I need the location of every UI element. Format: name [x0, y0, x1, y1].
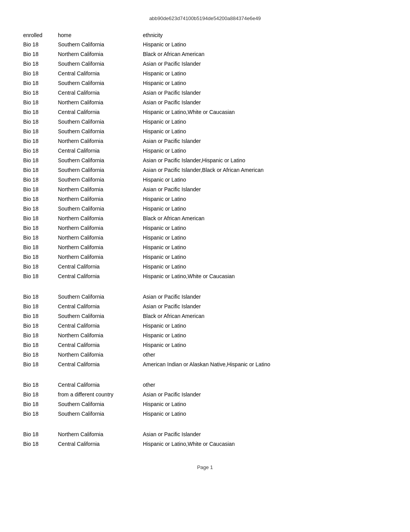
- cell-ethnicity: Hispanic or Latino: [143, 41, 387, 49]
- table-row: Bio 18Central CaliforniaHispanic or Lati…: [23, 107, 387, 117]
- table-header: enrolled home ethnicity: [23, 31, 387, 40]
- cell-ethnicity: Asian or Pacific Islander: [143, 99, 387, 107]
- cell-ethnicity: Hispanic or Latino: [143, 147, 387, 155]
- cell-home: Southern California: [58, 400, 143, 408]
- cell-ethnicity: Asian or Pacific Islander: [143, 391, 387, 399]
- table-row: Bio 18Central CaliforniaAmerican Indian …: [23, 360, 387, 369]
- cell-enrolled: Bio 18: [23, 272, 58, 280]
- cell-ethnicity: Hispanic or Latino: [143, 243, 387, 252]
- cell-ethnicity: Hispanic or Latino: [143, 195, 387, 203]
- table-row: Bio 18Southern CaliforniaHispanic or Lat…: [23, 127, 387, 136]
- cell-enrolled: Bio 18: [23, 195, 58, 203]
- cell-home: Central California: [58, 70, 143, 78]
- table-row: Bio 18Central CaliforniaHispanic or Lati…: [23, 146, 387, 156]
- cell-home: Northern California: [58, 50, 143, 58]
- cell-ethnicity: Hispanic or Latino: [143, 79, 387, 87]
- cell-ethnicity: Hispanic or Latino,White or Caucasian: [143, 108, 387, 116]
- cell-home: Northern California: [58, 430, 143, 439]
- cell-ethnicity: Hispanic or Latino: [143, 400, 387, 408]
- cell-home: Northern California: [58, 243, 143, 252]
- cell-enrolled: Bio 18: [23, 224, 58, 232]
- cell-ethnicity: Asian or Pacific Islander: [143, 60, 387, 68]
- cell-enrolled: Bio 18: [23, 400, 58, 408]
- table-row: Bio 18Central CaliforniaHispanic or Lati…: [23, 272, 387, 281]
- cell-ethnicity: Hispanic or Latino: [143, 341, 387, 349]
- cell-home: Central California: [58, 322, 143, 330]
- cell-home: Northern California: [58, 234, 143, 242]
- cell-home: Northern California: [58, 185, 143, 194]
- cell-home: Central California: [58, 440, 143, 448]
- cell-enrolled: Bio 18: [23, 440, 58, 448]
- cell-home: Northern California: [58, 253, 143, 261]
- cell-enrolled: Bio 18: [23, 205, 58, 213]
- cell-home: Southern California: [58, 79, 143, 87]
- table-row: Bio 18Southern CaliforniaHispanic or Lat…: [23, 78, 387, 88]
- table-row: Bio 18Central Californiaother: [23, 380, 387, 390]
- cell-home: Central California: [58, 147, 143, 155]
- cell-enrolled: Bio 18: [23, 410, 58, 418]
- cell-home: Southern California: [58, 205, 143, 213]
- table-row: Bio 18Central CaliforniaAsian or Pacific…: [23, 302, 387, 311]
- table-row: Bio 18Southern CaliforniaHispanic or Lat…: [23, 117, 387, 127]
- table-row: Bio 18Southern CaliforniaBlack or Africa…: [23, 311, 387, 321]
- cell-ethnicity: Hispanic or Latino,White or Caucasian: [143, 440, 387, 448]
- group-spacer: [23, 419, 387, 430]
- cell-enrolled: Bio 18: [23, 243, 58, 252]
- cell-home: Northern California: [58, 224, 143, 232]
- cell-home: Northern California: [58, 214, 143, 223]
- cell-enrolled: Bio 18: [23, 234, 58, 242]
- cell-home: Southern California: [58, 410, 143, 418]
- cell-enrolled: Bio 18: [23, 381, 58, 389]
- cell-ethnicity: Asian or Pacific Islander: [143, 185, 387, 194]
- cell-enrolled: Bio 18: [23, 127, 58, 136]
- table-row: Bio 18Northern CaliforniaHispanic or Lat…: [23, 252, 387, 262]
- cell-enrolled: Bio 18: [23, 60, 58, 68]
- cell-ethnicity: Asian or Pacific Islander: [143, 89, 387, 97]
- cell-ethnicity: Hispanic or Latino: [143, 118, 387, 126]
- cell-home: Northern California: [58, 331, 143, 340]
- cell-home: Southern California: [58, 118, 143, 126]
- cell-ethnicity: American Indian or Alaskan Native,Hispan…: [143, 360, 387, 369]
- cell-home: Southern California: [58, 60, 143, 68]
- cell-enrolled: Bio 18: [23, 303, 58, 311]
- cell-enrolled: Bio 18: [23, 253, 58, 261]
- cell-home: Central California: [58, 341, 143, 349]
- table-row: Bio 18Northern CaliforniaAsian or Pacifi…: [23, 430, 387, 439]
- group-spacer: [23, 369, 387, 380]
- cell-ethnicity: Hispanic or Latino: [143, 234, 387, 242]
- cell-enrolled: Bio 18: [23, 185, 58, 194]
- table-row: Bio 18Northern CaliforniaBlack or Africa…: [23, 214, 387, 223]
- table-row: Bio 18Southern CaliforniaAsian or Pacifi…: [23, 165, 387, 175]
- table-row: Bio 18Northern CaliforniaBlack or Africa…: [23, 49, 387, 59]
- cell-ethnicity: Asian or Pacific Islander: [143, 137, 387, 145]
- cell-ethnicity: Asian or Pacific Islander: [143, 430, 387, 439]
- cell-enrolled: Bio 18: [23, 137, 58, 145]
- cell-enrolled: Bio 18: [23, 312, 58, 320]
- table-row: Bio 18Northern CaliforniaHispanic or Lat…: [23, 331, 387, 340]
- table-row: Bio 18Central CaliforniaAsian or Pacific…: [23, 88, 387, 98]
- table-row: Bio 18Southern CaliforniaHispanic or Lat…: [23, 204, 387, 214]
- cell-home: Northern California: [58, 99, 143, 107]
- cell-home: Southern California: [58, 41, 143, 49]
- cell-enrolled: Bio 18: [23, 360, 58, 369]
- table-row: Bio 18Northern Californiaother: [23, 350, 387, 360]
- cell-home: Central California: [58, 272, 143, 280]
- cell-ethnicity: Black or African American: [143, 312, 387, 320]
- cell-home: Southern California: [58, 166, 143, 174]
- cell-enrolled: Bio 18: [23, 322, 58, 330]
- group-spacer: [23, 281, 387, 292]
- cell-enrolled: Bio 18: [23, 147, 58, 155]
- table-row: Bio 18Central CaliforniaHispanic or Lati…: [23, 262, 387, 272]
- table-row: Bio 18Northern CaliforniaHispanic or Lat…: [23, 243, 387, 252]
- table-row: Bio 18Northern CaliforniaAsian or Pacifi…: [23, 185, 387, 194]
- cell-ethnicity: Black or African American: [143, 214, 387, 223]
- cell-enrolled: Bio 18: [23, 156, 58, 165]
- table-row: Bio 18Central CaliforniaHispanic or Lati…: [23, 69, 387, 78]
- cell-ethnicity: Hispanic or Latino: [143, 176, 387, 184]
- cell-ethnicity: Hispanic or Latino: [143, 205, 387, 213]
- cell-home: Southern California: [58, 312, 143, 320]
- cell-home: Central California: [58, 381, 143, 389]
- table-row: Bio 18Northern CaliforniaHispanic or Lat…: [23, 223, 387, 233]
- table-row: Bio 18Southern CaliforniaAsian or Pacifi…: [23, 292, 387, 302]
- cell-enrolled: Bio 18: [23, 341, 58, 349]
